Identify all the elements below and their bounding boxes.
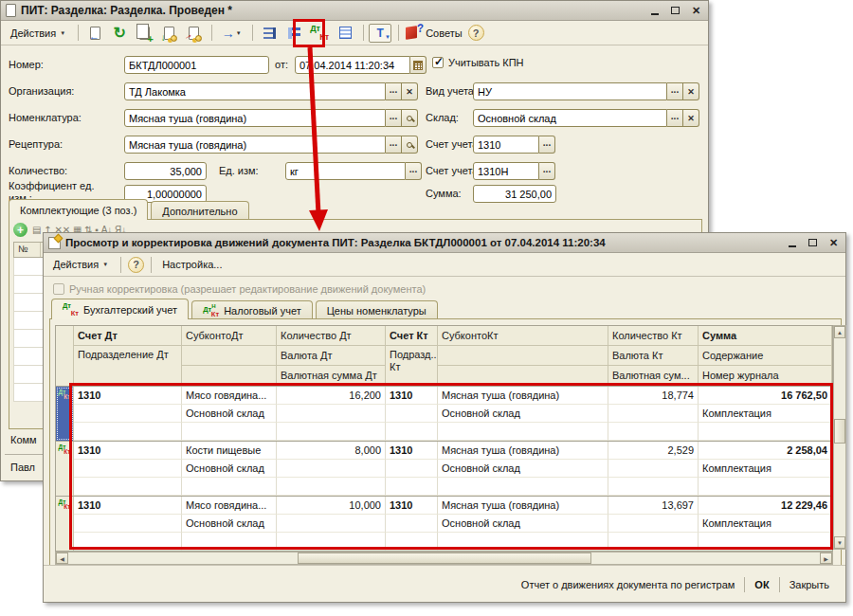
account-bu-value[interactable]: 1310 [473,136,539,154]
select-button[interactable] [539,162,555,180]
clear-button[interactable] [402,82,418,100]
col-qty-kt[interactable]: Количество Кт [608,326,699,346]
copy-document-icon[interactable]: + [133,24,155,43]
post-document-icon[interactable]: ↓ [157,24,180,43]
dtkt-icon: ДтКт [63,302,79,317]
minimize-button[interactable] [647,5,662,17]
settings-button[interactable]: Настройка... [156,257,227,272]
horizontal-scrollbar[interactable]: ◀ ▶ [55,552,833,565]
actions-menu-button[interactable]: Действия [5,26,71,41]
col-account-kt[interactable]: Счет Кт [386,326,438,346]
select-button[interactable] [667,109,683,127]
close-button[interactable] [689,5,703,17]
unit-value[interactable]: кг [285,162,406,180]
help-icon[interactable] [468,25,484,41]
tab-additional[interactable]: Дополнительно [151,201,248,220]
responsible-label: Павл [10,462,35,473]
organization-field[interactable]: ТД Лакомка [124,82,418,100]
filter-sort-button[interactable]: Т [369,24,391,43]
nu-kind-field[interactable]: НУ [473,82,699,100]
quantity-field[interactable]: 35,000 [124,162,207,180]
movements-window-titlebar[interactable]: Просмотр и корректировка движений докуме… [44,233,845,253]
select-button[interactable] [386,109,402,127]
tab-tax[interactable]: ДтНКт Налоговый учет [191,300,313,319]
warehouse-field[interactable]: Основной склад [473,109,699,127]
account-nu-value[interactable]: 1310Н [473,162,539,180]
row-settings-icon[interactable] [258,24,281,43]
save-and-return-icon[interactable]: ← [83,24,106,43]
goto-menu-button[interactable]: →▼ [217,24,245,43]
vertical-scrollbar[interactable]: ▲ ▼ [833,325,846,550]
window-controls [785,237,841,249]
col-currency-kt[interactable]: Валюта Кт [608,346,699,366]
select-button[interactable] [667,82,683,100]
col-dept-dt[interactable]: Подразделение Дт [74,346,182,386]
report-movements-button[interactable]: Отчет о движениях документа по регистрам [515,576,742,593]
ok-button[interactable]: ОК [748,576,775,593]
col-account-dt[interactable]: Счет Дт [74,326,182,346]
scrollbar-thumb[interactable] [834,419,845,444]
movements-list-icon[interactable] [334,24,356,43]
scrollbar-thumb[interactable] [298,553,591,564]
sum-value[interactable]: 31 250,00 [473,185,556,203]
calendar-button[interactable] [410,56,426,74]
number-field[interactable]: БКТДЛ000001 [124,56,269,74]
toolbar-separator [211,25,212,41]
select-button[interactable] [386,136,402,154]
tab-components[interactable]: Комплектующие (3 поз.) [9,199,148,220]
close-button[interactable]: Закрыть [783,576,836,593]
recipe-field[interactable]: Мясная туша (говядина) [124,136,418,154]
col-currency-dt[interactable]: Валюта Дт [277,346,386,366]
magnifier-icon [407,116,412,121]
clear-button[interactable] [683,82,699,100]
scroll-up-icon[interactable]: ▲ [834,326,845,338]
number-value[interactable]: БКТДЛ000001 [124,56,269,74]
col-subconto-dt[interactable]: СубконтоДт [182,326,277,346]
organization-value[interactable]: ТД Лакомка [124,82,386,100]
col-content[interactable]: Содержание [699,346,832,366]
quantity-value[interactable]: 35,000 [124,162,207,180]
nomenclature-value[interactable]: Мясная туша (говядина) [124,109,386,127]
nu-kind-value[interactable]: НУ [473,82,667,100]
warehouse-value[interactable]: Основной склад [473,109,667,127]
col-subconto-kt[interactable]: СубконтоКт [438,326,608,346]
select-button[interactable] [406,162,422,180]
date-field[interactable]: 07.04.2014 11:20:34 [295,56,426,74]
tab-accounting[interactable]: ДтКт Бухгалтерский учет [51,299,189,319]
recipe-value[interactable]: Мясная туша (говядина) [124,136,386,154]
add-row-icon[interactable] [13,223,27,237]
minimize-button[interactable] [785,237,799,249]
tips-button[interactable]: Советы [404,24,463,43]
repost-refresh-icon[interactable]: ↻ [108,24,131,43]
actions-menu-button[interactable]: Действия [47,257,114,272]
col-dept-kt[interactable]: Подразд... Кт [386,346,438,386]
maximize-button[interactable] [806,237,820,249]
help-icon[interactable] [128,257,144,273]
date-value[interactable]: 07.04.2014 11:20:34 [295,56,410,74]
tab-prices[interactable]: Цены номенклатуры [316,300,438,319]
scroll-down-icon[interactable]: ▼ [834,536,845,549]
sum-field[interactable]: 31 250,00 [473,185,556,203]
document-window-titlebar[interactable]: ПИТ: Разделка: Разделка. Проведен * [1,1,708,21]
search-button[interactable] [402,109,418,127]
col-qty-dt[interactable]: Количество Дт [277,326,386,346]
search-button[interactable] [402,136,418,154]
select-button[interactable] [539,136,555,154]
movements-table-header: Счет Дт СубконтоДт Количество Дт Счет Кт… [55,325,833,387]
unpost-document-icon[interactable]: ↓ [182,24,205,43]
col-sum[interactable]: Сумма [699,326,832,346]
nomenclature-label: Номенклатура: [9,112,82,124]
scroll-right-icon[interactable]: ▶ [820,553,832,564]
close-button[interactable] [826,237,841,249]
select-button[interactable] [386,82,402,100]
account-nu-field[interactable]: 1310Н [473,162,555,180]
unit-field[interactable]: кг [285,162,422,180]
clear-button[interactable] [683,109,699,127]
manual-correction-checkbox[interactable] [53,283,64,295]
nomenclature-field[interactable]: Мясная туша (говядина) [124,109,418,127]
scroll-left-icon[interactable]: ◀ [56,553,68,564]
kpn-checkbox[interactable] [432,57,444,68]
tips-book-icon [406,26,417,40]
account-bu-field[interactable]: 1310 [473,136,555,154]
maximize-button[interactable] [668,5,682,17]
